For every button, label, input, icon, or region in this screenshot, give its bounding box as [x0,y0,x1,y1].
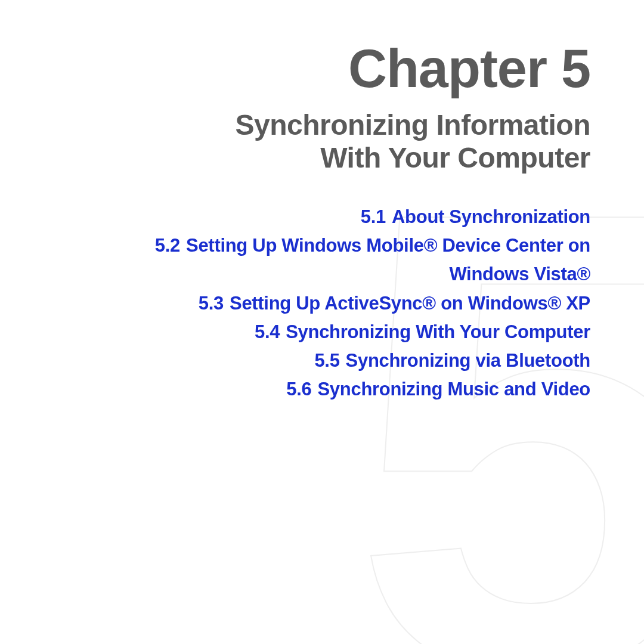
toc-item-title: Synchronizing via Bluetooth [346,350,590,371]
chapter-subtitle-line1: Synchronizing Information [236,109,591,141]
toc-item[interactable]: 5.1About Synchronization [361,203,590,231]
toc-item[interactable]: 5.4Synchronizing With Your Computer [255,318,590,346]
toc-item-title: Setting Up ActiveSync® on Windows® XP [230,293,590,314]
toc-item-title: Setting Up Windows Mobile® Device Center… [186,235,590,284]
toc-item[interactable]: 5.2Setting Up Windows Mobile® Device Cen… [72,231,590,289]
toc-item-number: 5.4 [255,321,280,342]
toc-item[interactable]: 5.6Synchronizing Music and Video [286,375,590,404]
toc-item-number: 5.5 [314,350,339,371]
toc-item-title: Synchronizing With Your Computer [286,321,590,342]
toc-item-title: Synchronizing Music and Video [317,379,590,400]
toc-item[interactable]: 5.3Setting Up ActiveSync® on Windows® XP [199,289,590,318]
chapter-subtitle: Synchronizing Information With Your Comp… [0,109,590,174]
toc-item-number: 5.2 [155,235,180,256]
chapter-subtitle-line2: With Your Computer [320,142,590,174]
chapter-title: Chapter 5 [0,42,590,95]
toc-item[interactable]: 5.5Synchronizing via Bluetooth [314,346,590,375]
toc-item-number: 5.6 [286,379,311,400]
toc-item-number: 5.3 [199,293,224,314]
table-of-contents: 5.1About Synchronization 5.2Setting Up W… [0,203,590,403]
chapter-content: Chapter 5 Synchronizing Information With… [0,0,644,404]
toc-item-number: 5.1 [361,206,386,227]
toc-item-title: About Synchronization [392,206,590,227]
